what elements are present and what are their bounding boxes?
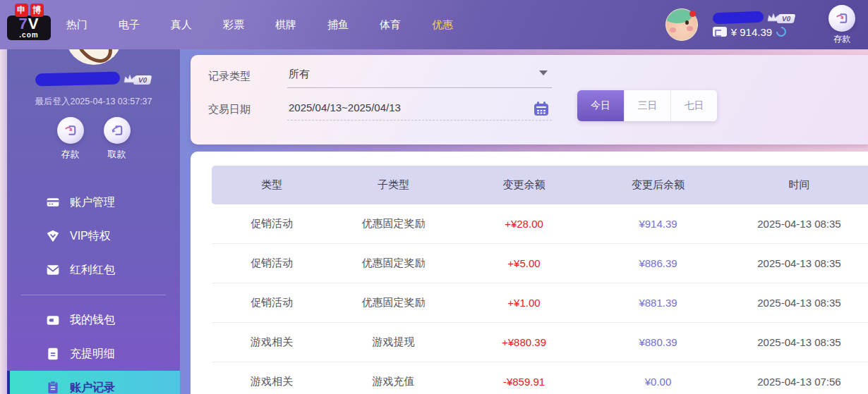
range-button-3days[interactable]: 三日: [624, 90, 670, 121]
cell-type: 游戏相关: [212, 335, 332, 349]
site-logo[interactable]: 申 博 7V .com: [7, 4, 51, 46]
balance-row: ¥ 914.39: [713, 26, 795, 38]
balance-amount: ¥ 914.39: [731, 26, 772, 38]
cell-type: 促销活动: [212, 217, 332, 230]
record-type-row: 记录类型 所有: [208, 65, 552, 88]
withdraw-icon: [104, 117, 131, 144]
date-range-value: 2025/04/13~2025/04/13: [287, 99, 552, 121]
cell-change-amount: +¥28.00: [455, 218, 593, 230]
nav-item-hot[interactable]: 热门: [51, 18, 103, 32]
sidebar-item-my-wallet[interactable]: 我的钱包: [7, 303, 180, 337]
records-table: 类型 子类型 变更余额 变更后余额 时间 促销活动 优惠固定奖励 +¥28.00…: [212, 166, 868, 394]
notification-dot: [689, 11, 696, 17]
range-button-7days[interactable]: 七日: [670, 90, 717, 121]
sidebar-withdraw-button[interactable]: 取款: [104, 117, 131, 161]
cell-change-amount: +¥1.00: [455, 297, 593, 309]
field-underline: [287, 87, 552, 88]
sidebar-item-label: 充提明细: [70, 347, 115, 362]
nav-item-boardgames[interactable]: 棋牌: [260, 18, 312, 32]
sidebar-item-vip-privileges[interactable]: VIP特权: [7, 219, 180, 253]
deposit-icon: [57, 117, 84, 144]
avatar-eye: [685, 20, 689, 25]
cell-subtype: 优惠固定奖励: [332, 296, 455, 309]
cell-change-amount: +¥5.00: [455, 257, 593, 269]
cell-time: 2025-04-13 08:35: [723, 218, 868, 230]
cell-type: 促销活动: [212, 296, 332, 309]
range-button-today[interactable]: 今日: [577, 90, 624, 121]
avatar-blush: [670, 27, 676, 32]
cell-time: 2025-04-13 08:35: [723, 297, 868, 309]
sidebar-item-label: 账户记录: [70, 381, 115, 394]
avatar-blush: [687, 26, 693, 31]
last-login-text: 最后登入2025-04-13 03:57:37: [7, 96, 180, 108]
logo-badge-1: 申: [15, 4, 28, 17]
cell-subtype: 优惠固定奖励: [332, 217, 455, 230]
sidebar-item-label: 账户管理: [70, 195, 115, 210]
column-header-time: 时间: [723, 178, 868, 192]
nav-item-sports[interactable]: 体育: [364, 18, 416, 32]
main-menu: 热门 电子 真人 彩票 棋牌 捕鱼 体育 优惠: [51, 0, 469, 49]
sidebar-item-label: 红利红包: [70, 263, 115, 278]
cell-balance-after: ¥886.39: [593, 257, 723, 269]
vip-shield-icon: [46, 229, 60, 243]
table-row: 促销活动 优惠固定奖励 +¥1.00 ¥881.39 2025-04-13 08…: [212, 283, 868, 323]
wallet-icon: [713, 27, 727, 37]
cell-type: 游戏相关: [212, 375, 332, 388]
cell-balance-after: ¥880.39: [593, 336, 723, 348]
clipboard-icon: [46, 381, 60, 394]
cell-time: 2025-04-13 08:35: [723, 336, 868, 348]
username-redacted: [35, 71, 120, 86]
sidebar-withdraw-label: 取款: [108, 148, 126, 161]
record-type-value: 所有: [287, 65, 552, 88]
user-info: V0 ¥ 914.39: [713, 12, 795, 38]
sidebar-item-account-records[interactable]: 账户记录: [7, 371, 180, 394]
nav-deposit-label: 存款: [833, 33, 850, 45]
sidebar-item-label: VIP特权: [70, 229, 111, 244]
cell-subtype: 游戏提现: [332, 335, 455, 349]
sidebar-item-deposit-withdraw-details[interactable]: 充提明细: [7, 337, 180, 371]
vip-badge: V0: [766, 12, 795, 23]
record-type-label: 记录类型: [208, 70, 287, 83]
cell-time: 2025-04-13 08:35: [723, 257, 868, 269]
cell-time: 2025-04-13 07:56: [723, 376, 868, 388]
username-redacted: [713, 11, 764, 24]
field-underline: [287, 120, 552, 121]
nav-item-lottery[interactable]: 彩票: [207, 18, 260, 32]
nav-item-fishing[interactable]: 捕鱼: [312, 18, 364, 32]
column-header-balance-after: 变更后余额: [593, 178, 723, 192]
cell-balance-after: ¥0.00: [593, 376, 723, 388]
column-header-subtype: 子类型: [332, 178, 455, 192]
cell-balance-after: ¥914.39: [593, 218, 723, 230]
cell-subtype: 优惠固定奖励: [332, 257, 455, 270]
records-table-panel: 类型 子类型 变更余额 变更后余额 时间 促销活动 优惠固定奖励 +¥28.00…: [191, 152, 868, 394]
nav-item-promotions[interactable]: 优惠: [416, 18, 469, 32]
nav-item-live[interactable]: 真人: [155, 18, 207, 32]
cell-type: 促销活动: [212, 257, 332, 270]
cell-subtype: 游戏充值: [332, 375, 455, 388]
logo-badges: 申 博: [7, 4, 51, 17]
avatar-hat: [665, 8, 693, 23]
chevron-down-icon[interactable]: [539, 70, 548, 75]
calendar-icon[interactable]: [532, 100, 550, 121]
sidebar-item-bonus-redpacket[interactable]: 红利红包: [7, 253, 180, 287]
table-row: 促销活动 优惠固定奖励 +¥5.00 ¥886.39 2025-04-13 08…: [212, 244, 868, 283]
table-row: 游戏相关 游戏充值 -¥859.91 ¥0.00 2025-04-13 07:5…: [212, 362, 868, 394]
sidebar-vip-badge: V0: [123, 73, 151, 85]
record-type-select[interactable]: 所有: [287, 65, 552, 88]
sidebar-item-account-management[interactable]: 账户管理: [7, 185, 180, 219]
sidebar-deposit-label: 存款: [61, 148, 80, 161]
nav-deposit-button[interactable]: 存款: [828, 5, 855, 45]
cell-change-amount: -¥859.91: [455, 376, 593, 388]
sidebar-divider: [21, 295, 166, 295]
refresh-balance-icon[interactable]: [774, 25, 788, 39]
envelope-icon: [46, 263, 60, 277]
sidebar-actions: 存款 取款: [7, 117, 180, 161]
nav-item-slots[interactable]: 电子: [103, 18, 155, 32]
deposit-icon: [828, 5, 855, 32]
wallet-icon: [46, 313, 60, 327]
user-cluster: V0 ¥ 914.39 存款: [665, 0, 868, 49]
sidebar-item-label: 我的钱包: [70, 313, 115, 328]
date-range-input[interactable]: 2025/04/13~2025/04/13: [287, 99, 552, 121]
vip-level-tag: V0: [133, 75, 152, 85]
sidebar-deposit-button[interactable]: 存款: [57, 117, 84, 161]
